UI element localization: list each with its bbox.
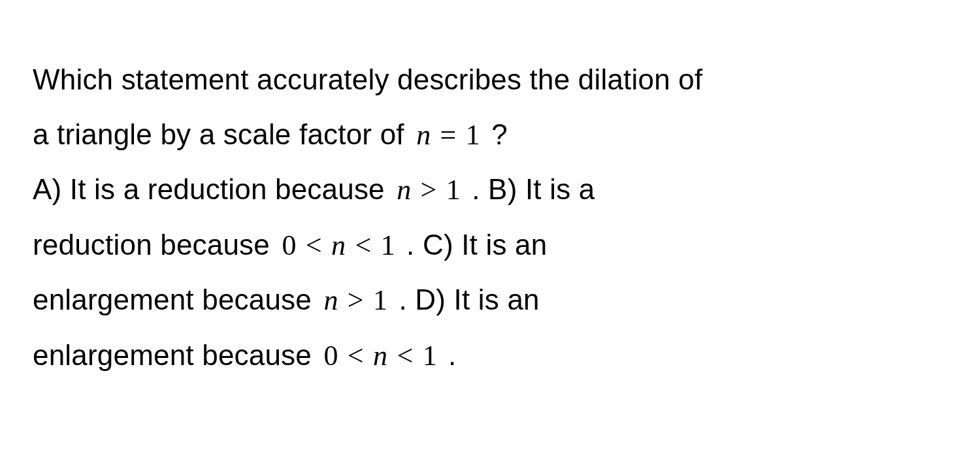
math-op: >	[346, 284, 366, 316]
expr-0-lt-n-lt-1-b: 0 < n < 1	[278, 229, 406, 261]
math-op: <	[395, 340, 415, 372]
period-sep: .	[406, 229, 423, 261]
expr-n-gt-1-a: n > 1	[393, 174, 472, 206]
math-num: 1	[466, 119, 480, 151]
problem-statement: Which statement accurately describes the…	[33, 52, 947, 383]
question-mark: ?	[491, 118, 508, 150]
math-op: <	[353, 229, 373, 261]
option-b-prefix: B) It is a	[488, 173, 595, 205]
math-num: 1	[381, 229, 395, 261]
math-op: =	[438, 119, 459, 151]
option-a-prefix: A) It is a reduction because	[33, 173, 393, 205]
question-line2: a triangle by a scale factor of	[33, 118, 412, 150]
expr-n-eq-1: n = 1	[412, 119, 491, 151]
period-sep: .	[472, 173, 488, 205]
period-sep: .	[399, 283, 415, 315]
math-num: 0	[323, 340, 338, 372]
math-var: n	[331, 229, 346, 261]
option-b-cont: reduction because	[33, 229, 278, 261]
math-num: 1	[423, 340, 437, 372]
option-c-cont: enlargement because	[33, 283, 319, 315]
math-op: <	[346, 340, 366, 372]
math-var: n	[373, 340, 387, 372]
math-num: 1	[373, 284, 387, 316]
math-var: n	[323, 284, 338, 316]
math-var: n	[397, 174, 411, 206]
option-d-cont: enlargement because	[33, 339, 319, 371]
math-op: <	[304, 229, 324, 261]
option-c-prefix: C) It is an	[423, 229, 547, 261]
math-var: n	[416, 119, 431, 151]
expr-n-gt-1-c: n > 1	[319, 284, 399, 316]
expr-0-lt-n-lt-1-d: 0 < n < 1	[319, 340, 448, 372]
question-line1: Which statement accurately describes the…	[33, 63, 702, 95]
math-num: 1	[446, 174, 461, 206]
final-period: .	[448, 339, 456, 371]
math-op: >	[419, 174, 439, 206]
math-num: 0	[282, 229, 296, 261]
option-d-prefix: D) It is an	[415, 283, 539, 315]
